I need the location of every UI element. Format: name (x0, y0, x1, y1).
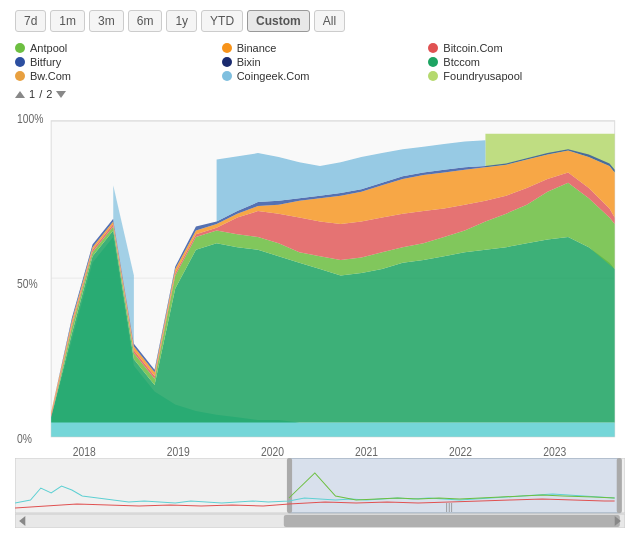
btn-1m[interactable]: 1m (50, 10, 85, 32)
main-container: 7d 1m 3m 6m 1y YTD Custom All Antpool Bi… (0, 0, 640, 533)
legend-label-bixin: Bixin (237, 56, 261, 68)
legend-dot-bitcoincom (428, 43, 438, 53)
legend-dot-bwcom (15, 71, 25, 81)
legend-coingeek: Coingeek.Com (222, 70, 419, 82)
legend-antpool: Antpool (15, 42, 212, 54)
legend-bitcoincom: Bitcoin.Com (428, 42, 625, 54)
x-label-2020: 2020 (261, 444, 284, 456)
nav-handle-right[interactable] (617, 458, 622, 513)
chart-legend: Antpool Binance Bitcoin.Com Bitfury Bixi… (15, 42, 625, 82)
btn-ytd[interactable]: YTD (201, 10, 243, 32)
btn-1y[interactable]: 1y (166, 10, 197, 32)
legend-dot-foundry (428, 71, 438, 81)
legend-dot-binance (222, 43, 232, 53)
legend-dot-coingeek (222, 71, 232, 81)
legend-dot-bitfury (15, 57, 25, 67)
legend-dot-bixin (222, 57, 232, 67)
page-separator: / (39, 88, 42, 100)
legend-binance: Binance (222, 42, 419, 54)
navigator-chart[interactable]: ||| 2010 2015 2020 (15, 458, 625, 528)
page-next-button[interactable] (56, 91, 66, 98)
x-label-2018: 2018 (73, 444, 96, 456)
legend-label-binance: Binance (237, 42, 277, 54)
y-label-100: 100% (17, 111, 43, 125)
btn-6m[interactable]: 6m (128, 10, 163, 32)
legend-bwcom: Bw.Com (15, 70, 212, 82)
legend-label-btccom: Btccom (443, 56, 480, 68)
legend-dot-btccom (428, 57, 438, 67)
page-total: 2 (46, 88, 52, 100)
legend-label-foundry: Foundryusapool (443, 70, 522, 82)
chart-wrapper: 100% 50% 0% (15, 108, 625, 528)
legend-label-antpool: Antpool (30, 42, 67, 54)
nav-drag-hint: ||| (446, 502, 453, 512)
main-chart: 100% 50% 0% (15, 108, 625, 456)
x-label-2022: 2022 (449, 444, 472, 456)
x-label-2021: 2021 (355, 444, 378, 456)
btn-all[interactable]: All (314, 10, 345, 32)
legend-label-coingeek: Coingeek.Com (237, 70, 310, 82)
x-label-2023: 2023 (543, 444, 566, 456)
page-prev-button[interactable] (15, 91, 25, 98)
main-chart-svg: 100% 50% 0% (15, 108, 625, 456)
page-indicator: 1 (29, 88, 35, 100)
legend-dot-antpool (15, 43, 25, 53)
legend-bixin: Bixin (222, 56, 419, 68)
y-label-50: 50% (17, 276, 38, 290)
x-label-2019: 2019 (167, 444, 190, 456)
legend-label-bwcom: Bw.Com (30, 70, 71, 82)
nav-scrollbar-thumb[interactable] (284, 515, 620, 527)
legend-btccom: Btccom (428, 56, 625, 68)
navigator-svg: ||| 2010 2015 2020 (15, 458, 625, 528)
y-label-0: 0% (17, 431, 32, 445)
nav-selection[interactable] (289, 458, 620, 513)
pagination: 1 / 2 (15, 88, 625, 100)
time-range-selector: 7d 1m 3m 6m 1y YTD Custom All (15, 10, 625, 32)
btn-custom[interactable]: Custom (247, 10, 310, 32)
btn-3m[interactable]: 3m (89, 10, 124, 32)
btn-7d[interactable]: 7d (15, 10, 46, 32)
legend-label-bitcoincom: Bitcoin.Com (443, 42, 502, 54)
legend-bitfury: Bitfury (15, 56, 212, 68)
legend-foundry: Foundryusapool (428, 70, 625, 82)
legend-label-bitfury: Bitfury (30, 56, 61, 68)
nav-handle-left[interactable] (287, 458, 292, 513)
